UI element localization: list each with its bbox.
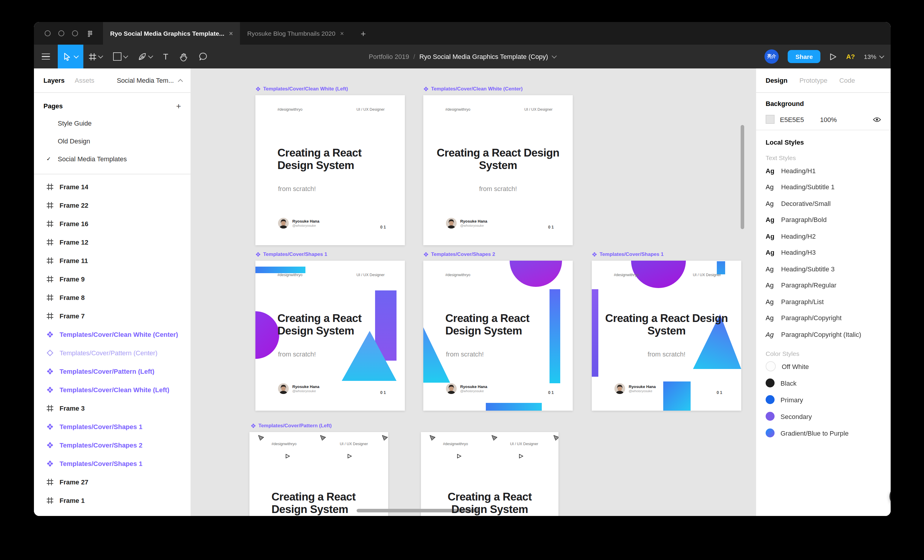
visibility-eye-icon[interactable] [873,116,881,122]
chevron-down-icon[interactable] [552,53,556,58]
page-item-social-media-templates[interactable]: ✓ Social Media Templates [34,150,190,168]
chevron-down-icon[interactable] [74,53,79,58]
layer-row-component[interactable]: Templates/Cover/Shapes 2 [34,436,190,454]
color-style-row[interactable]: Off White [756,358,891,374]
breadcrumb-file-name[interactable]: Ryo Social Media Graphics Template (Copy… [419,53,548,60]
close-tab-icon[interactable]: × [229,30,233,37]
text-style-row[interactable]: AgParagraph/Copyright [756,310,891,326]
comment-tool-button[interactable] [193,45,212,69]
template-card-pattern-center[interactable]: #designwithryoUI / UX Designer Creating … [421,432,558,516]
text-style-row[interactable]: AgParagraph/Regular [756,277,891,293]
page-selector-dropdown[interactable]: Social Media Tem... [117,77,182,84]
text-style-row[interactable]: AgHeading/H2 [756,228,891,244]
frame-label[interactable]: Templates/Cover/Shapes 1 [592,251,663,257]
tab-assets[interactable]: Assets [75,77,94,84]
figma-logo-icon[interactable] [86,30,93,37]
layer-row-frame[interactable]: Frame 7 [34,307,190,325]
color-style-row[interactable]: Black [756,374,891,391]
text-style-row[interactable]: AgHeading/Subtitle 1 [756,179,891,195]
frame-label[interactable]: Templates/Cover/Clean White (Center) [423,86,523,92]
text-style-row[interactable]: AgHeading/H3 [756,244,891,261]
card-heading: Creating a React Design System [446,312,551,337]
text-style-row[interactable]: AgParagraph/Copyright (Italic) [756,326,891,343]
design-panel: Design Prototype Code Background E5E5E5 … [756,69,891,516]
color-style-row[interactable]: Gradient/Blue to Purple [756,425,891,441]
frame-label[interactable]: Templates/Cover/Pattern (Left) [250,422,332,428]
layer-row-frame[interactable]: Frame 1 [34,491,190,509]
background-color-swatch[interactable] [766,115,775,124]
layer-row-component[interactable]: Templates/Cover/Shapes 1 [34,454,190,473]
hand-tool-button[interactable] [174,45,193,69]
template-card-clean-white-left[interactable]: #designwithryoUI / UX Designer Creating … [255,95,405,245]
tab-layers[interactable]: Layers [44,77,64,84]
tab-code[interactable]: Code [840,77,855,84]
design-canvas[interactable]: Templates/Cover/Clean White (Left) Templ… [191,69,756,516]
layer-row-frame[interactable]: Frame 9 [34,270,190,288]
text-style-row[interactable]: AgHeading/H1 [756,162,891,179]
missing-font-badge[interactable]: A? [846,53,855,60]
template-card-shapes1-center[interactable]: #designwithryoUI / UX Designer Creating … [592,261,741,410]
user-avatar[interactable]: 亮介 [765,49,779,64]
close-tab-icon[interactable]: × [340,30,344,37]
pen-tool-button[interactable] [133,45,158,69]
new-tab-button[interactable]: + [351,22,375,45]
move-tool-button[interactable] [58,45,83,69]
layer-row-frame[interactable]: Frame 3 [34,399,190,417]
zoom-level-dropdown[interactable]: 13% [864,53,884,60]
present-play-icon[interactable] [830,53,837,60]
close-window-button[interactable] [45,30,51,36]
layer-row-frame[interactable]: Frame 22 [34,196,190,214]
layer-row-component[interactable]: Templates/Cover/Clean White (Left) [34,380,190,399]
frame-label[interactable]: Templates/Cover/Shapes 2 [423,251,495,257]
template-card-shapes2[interactable]: #designwithryo Creating a React Design S… [423,261,573,410]
text-style-row[interactable]: AgDecorative/Small [756,195,891,211]
tab-design[interactable]: Design [766,77,788,84]
frame-tool-button[interactable] [83,45,108,69]
layer-row-component-hidden[interactable]: Templates/Cover/Pattern (Center) [34,343,190,362]
style-sample: Ag [766,233,776,240]
shape-tool-button[interactable] [108,45,133,69]
canvas-vertical-scrollbar[interactable] [741,125,744,229]
layer-row-frame[interactable]: Frame 27 [34,473,190,491]
file-tab-inactive[interactable]: Ryosuke Blog Thumbnails 2020 × [240,22,351,45]
text-style-row[interactable]: AgParagraph/List [756,293,891,310]
template-card-clean-white-center[interactable]: #designwithryoUI / UX Designer Creating … [423,95,573,245]
component-icon [255,252,261,257]
background-opacity-value[interactable]: 100% [820,116,837,123]
layer-row-component[interactable]: Templates/Cover/Clean White (Center) [34,325,190,343]
minimize-window-button[interactable] [58,30,64,36]
frame-label[interactable]: Templates/Cover/Shapes 1 [255,251,327,257]
layer-row-frame[interactable]: Frame 12 [34,233,190,251]
layer-row-frame[interactable]: Frame 11 [34,251,190,270]
color-style-row[interactable]: Secondary [756,408,891,425]
breadcrumb-project[interactable]: Portfolio 2019 [369,53,409,60]
layer-row-component[interactable]: Templates/Cover/Shapes 1 [34,417,190,436]
sidebar-header: Layers Assets Social Media Tem... [34,69,190,93]
layer-row-frame[interactable]: Frame 14 [34,177,190,196]
layer-row-component[interactable]: Templates/Cover/Pattern (Left) [34,362,190,380]
chevron-down-icon[interactable] [98,53,103,58]
tab-prototype[interactable]: Prototype [799,77,827,84]
share-button[interactable]: Share [788,50,820,63]
color-styles-header: Color Styles [756,343,891,358]
layer-row-frame[interactable]: Frame 16 [34,214,190,233]
page-item-style-guide[interactable]: Style Guide [34,114,190,132]
chevron-down-icon[interactable] [123,53,128,58]
frame-label[interactable]: Templates/Cover/Clean White (Left) [255,86,348,92]
text-style-row[interactable]: AgHeading/Subtitle 3 [756,261,891,277]
layer-row-frame[interactable]: Frame 8 [34,288,190,307]
template-card-pattern-left[interactable]: #designwithryoUI / UX Designer Creating … [249,432,388,516]
page-item-old-design[interactable]: Old Design [34,132,190,150]
component-icon [46,386,54,393]
file-tab-active[interactable]: Ryo Social Media Graphics Template... × [103,22,240,45]
background-hex-value[interactable]: E5E5E5 [780,116,804,123]
chevron-down-icon[interactable] [148,53,153,58]
color-style-row[interactable]: Primary [756,391,891,408]
text-style-row[interactable]: AgParagraph/Bold [756,211,891,228]
template-card-shapes1-left[interactable]: #designwithryoUI / UX Designer Creating … [255,261,405,410]
zoom-window-button[interactable] [72,30,78,36]
add-page-button[interactable]: + [176,101,181,111]
text-tool-button[interactable]: T [158,45,174,69]
card-hashtag: #designwithryo [446,273,470,277]
main-menu-button[interactable] [34,45,58,69]
